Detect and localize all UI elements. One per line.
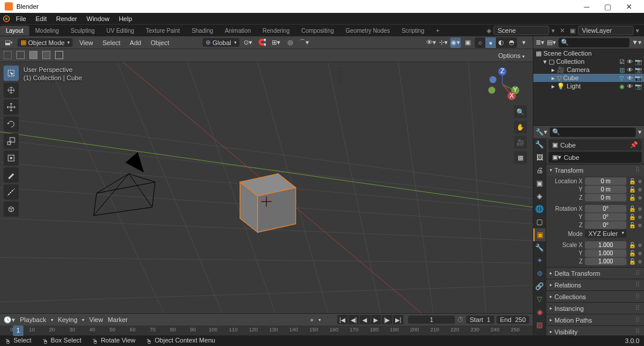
tab-geometry-nodes[interactable]: Geometry Nodes [340,26,396,36]
tab-shading[interactable]: Shading [186,26,219,36]
gizmo-toggle-icon[interactable]: ⊹▾ [438,37,448,48]
ptab-mesh[interactable]: ▽ [533,293,546,306]
vp-menu-view[interactable]: View [76,38,96,47]
tab-layout[interactable]: Layout [0,26,29,36]
rotation-z-field[interactable]: 0° [585,221,626,229]
lock-scale-y-icon[interactable]: 🔓 [629,250,636,256]
tab-modeling[interactable]: Modeling [29,26,65,36]
ptab-particles[interactable]: ✦ [533,254,546,267]
outliner-filter-icon[interactable]: ▼▾ [632,39,642,46]
lock-scale-x-icon[interactable]: 🔓 [629,242,636,248]
scale-y-field[interactable]: 1.000 [585,249,626,257]
tool-cursor[interactable] [4,83,19,98]
tl-view[interactable]: View [89,316,103,323]
options-dropdown[interactable]: Options ▾ [494,51,529,60]
properties-options-icon[interactable]: ▾ [638,128,642,136]
menu-help[interactable]: Help [115,14,136,23]
orientation-selector[interactable]: ⊕Global▾ [203,38,239,47]
proportional-icon[interactable]: ◎ [285,37,296,48]
tl-keying[interactable]: Keying [58,316,78,323]
outliner-item-light[interactable]: ▸💡Light◉👁📷 [533,82,644,90]
lock-loc-y-icon[interactable]: 🔓 [629,186,636,193]
rotation-y-field[interactable]: 0° [585,213,626,221]
ptab-viewlayer[interactable]: ▣ [533,177,546,190]
shading-rendered-icon[interactable]: ◓ [506,37,517,48]
select-mode-extend-icon[interactable] [16,51,25,60]
ptab-tool[interactable]: 🔧 [533,138,546,151]
tool-measure[interactable] [4,184,19,200]
tool-rotate[interactable] [4,117,19,132]
panel-collections[interactable]: ▸Collections⠿ [546,290,644,302]
tool-transform[interactable] [4,150,19,166]
menu-window[interactable]: Window [83,14,114,23]
editor-type-icon[interactable]: ⬓▾ [4,37,14,48]
viewlayer-close-icon[interactable]: ▾ [636,27,639,35]
rotation-x-field[interactable]: 0° [585,205,626,213]
location-z-field[interactable]: 0 m [585,194,626,201]
ptab-constraints[interactable]: 🔗 [533,280,546,293]
scene-name-field[interactable]: Scene [494,26,549,35]
lock-loc-x-icon[interactable]: 🔓 [629,178,636,184]
timeline-editor-icon[interactable]: 🕓▾ [4,316,15,324]
mode-selector[interactable]: ▦Object Mode▾ [18,38,73,47]
minimize-button[interactable]: ─ [576,2,597,11]
vp-menu-object[interactable]: Object [148,38,172,47]
outliner-search[interactable]: 🔍 [559,38,629,47]
pan-icon[interactable]: ✋ [514,121,527,133]
panel-relations[interactable]: ▸Relations⠿ [546,279,644,290]
scene-browse-icon[interactable]: ▾ [551,27,555,35]
tl-marker[interactable]: Marker [108,316,128,323]
lock-rot-x-icon[interactable]: 🔓 [629,205,636,212]
panel-motion-paths[interactable]: ▸Motion Paths⠿ [546,314,644,326]
proportional-falloff-icon[interactable]: ⌒▾ [299,37,310,48]
jump-end-icon[interactable]: ▶| [393,315,403,324]
menu-file[interactable]: File [12,14,30,23]
outliner-tree[interactable]: ▦Scene Collection ▾▢Collection☑👁📷 ▸🎥Came… [533,49,644,125]
properties-editor-icon[interactable]: 🔧▾ [536,128,547,136]
panel-transform[interactable]: ▾Transform⠿ [546,164,644,176]
ptab-scene[interactable]: ◈ [533,190,546,203]
close-button[interactable]: ✕ [618,2,639,11]
nav-gizmo[interactable]: Z Y X [484,66,521,103]
ptab-output[interactable]: 🖨 [533,164,546,177]
menu-render[interactable]: Render [52,14,81,23]
select-mode-subtract-icon[interactable] [29,51,37,60]
tab-texture-paint[interactable]: Texture Paint [140,26,186,36]
vp-menu-add[interactable]: Add [127,38,145,47]
vp-menu-select[interactable]: Select [100,38,124,47]
panel-instancing[interactable]: ▸Instancing⠿ [546,302,644,314]
overlays-icon[interactable]: ◉▾ [450,37,461,48]
outliner-item-camera[interactable]: ▸🎥Camera▥👁📷 [533,66,644,74]
lock-loc-z-icon[interactable]: 🔓 [629,194,636,201]
ptab-physics[interactable]: ⊚ [533,267,546,280]
play-reverse-icon[interactable]: ◀ [359,315,370,324]
tab-uv-editing[interactable]: UV Editing [101,26,140,36]
shading-options-icon[interactable]: ▾ [519,37,529,48]
autokey-icon[interactable]: ● [310,316,314,323]
current-frame-field[interactable]: 1 [408,316,455,324]
select-mode-new-icon[interactable] [4,51,12,60]
tool-move[interactable] [4,100,19,115]
snap-target-icon[interactable]: ⊞▾ [271,37,282,48]
object-name-field[interactable]: ▣Cube📌 [549,139,642,150]
ptab-texture[interactable]: ▨ [533,318,546,331]
timeline-ruler[interactable]: 1 01020304050607080901001101201301401501… [0,326,533,335]
preview-range-icon[interactable]: ⏱ [457,316,464,323]
ptab-collection[interactable]: ▢ [533,215,546,228]
viewlayer-field[interactable]: ViewLayer [578,26,633,35]
pivot-icon[interactable]: ⊙▾ [243,37,254,48]
object-data-field[interactable]: ▣▾Cube [549,152,642,163]
ptab-modifiers[interactable]: 🔧 [533,241,546,254]
properties-search[interactable]: 🔍 [550,128,636,137]
tab-animation[interactable]: Animation [219,26,256,36]
location-y-field[interactable]: 0 m [585,186,626,193]
viewport-3d[interactable]: User Perspective (1) Collection | Cube Z… [0,62,533,313]
tool-annotate[interactable] [4,167,19,183]
tab-sculpting[interactable]: Sculpting [65,26,101,36]
ptab-render[interactable]: 🖼 [533,151,546,164]
ptab-material[interactable]: ◉ [533,306,546,318]
add-workspace-button[interactable]: + [430,26,446,36]
location-x-field[interactable]: 0 m [585,177,626,185]
lock-scale-z-icon[interactable]: 🔓 [629,258,636,265]
keyframe-next-icon[interactable]: |▶ [382,315,392,324]
